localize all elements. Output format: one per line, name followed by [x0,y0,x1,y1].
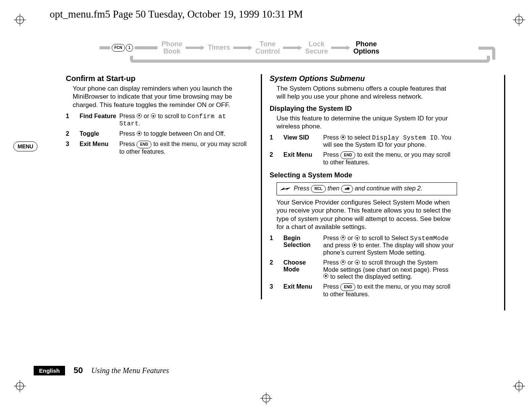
step-number: 3 [66,139,80,157]
path-tail-icon [478,47,495,60]
step-text: Press to toggle between On and Off. [119,129,253,139]
chapter-title: Using the Menu Features [91,366,169,375]
right-margin-rule [504,75,505,310]
svg-marker-24 [138,114,140,116]
breadcrumb-label: Timers [208,44,230,51]
content-columns: Confirm at Start-up Your phone can displ… [66,74,498,299]
path-bar-icon [135,46,158,49]
step-row: 1 View SID Press to select Display Syste… [270,133,457,150]
step-row: 2 Choose Mode Press or to scroll through… [270,258,457,282]
section-tab-menu: MENU [13,141,37,151]
keycap-end: END [137,141,151,148]
subsection-heading: Displaying the System ID [270,105,457,113]
breadcrumb-label: Control [255,48,280,55]
scroll-down-icon [151,113,156,120]
path-underline-icon [130,56,490,63]
breadcrumb-label: Options [353,48,379,55]
steps-table: 1 Find Feature Press or to scroll to Con… [66,111,253,157]
scroll-down-icon [355,235,360,242]
step-number: 1 [270,133,283,150]
breadcrumb-item-active: Phone Options [351,41,382,55]
arrow-right-icon [185,45,205,50]
step-row: 1 Find Feature Press or to scroll to Con… [66,111,253,129]
step-label: Exit Menu [283,150,323,167]
arrow-right-icon [233,45,252,50]
svg-rect-21 [331,47,347,49]
breadcrumb-item: Timers [205,44,233,51]
shortcut-icon [280,186,291,192]
steps-table: 1 Begin Selection Press or to scroll to … [270,233,457,299]
breadcrumb-label: Tone [255,41,280,48]
svg-marker-18 [249,45,252,50]
keycap-end: END [340,283,355,291]
lcd-text: Display System ID [372,135,438,141]
arrow-right-icon [283,45,302,50]
page-footer: English 50 Using the Menu Features [34,365,169,375]
step-label: Exit Menu [283,282,323,299]
registration-mark-icon [513,380,525,392]
step-number: 2 [66,129,80,139]
step-label: Begin Selection [283,233,323,258]
keycap-rcl: RCL [311,185,326,193]
menu-path-diagram: FCN 1 Phone Book Timers Tone Control Loc… [99,41,498,63]
breadcrumb-label: Phone [161,41,182,48]
step-row: 3 Exit Menu Press END to exit the menu, … [270,282,457,299]
breadcrumb-label: Lock [305,41,328,48]
svg-marker-33 [342,236,344,238]
select-icon [340,135,346,141]
step-text: Press END to exit the menu, or you may s… [119,139,253,157]
right-column: System Options Submenu The System Option… [270,74,457,299]
registration-mark-icon [513,14,525,26]
step-number: 1 [270,233,283,258]
shortcut-box: Press RCL then ◂✱ and continue with step… [277,182,457,195]
step-number: 1 [66,111,80,129]
svg-point-43 [325,275,327,277]
manual-page: opt_menu.fm5 Page 50 Tuesday, October 19… [0,0,532,406]
breadcrumb-item: Tone Control [253,41,282,55]
scroll-up-icon [340,260,346,266]
select-icon [352,242,357,249]
breadcrumb-label: Secure [305,48,328,55]
svg-marker-39 [342,261,344,263]
step-row: 2 Exit Menu Press END to exit the menu, … [270,150,457,167]
registration-mark-icon [14,380,26,392]
svg-marker-35 [356,237,358,239]
breadcrumb-label: Phone [353,41,379,48]
section-heading: Confirm at Start-up [66,74,253,83]
keycap-1: 1 [126,44,133,52]
step-row: 2 Toggle Press to toggle between On and … [66,129,253,139]
subsection-heading: Selecting a System Mode [270,171,457,179]
step-text: Press END to exit the menu, or you may s… [323,282,457,299]
svg-rect-19 [283,47,298,49]
step-label: Toggle [80,129,119,139]
select-icon [137,131,142,138]
registration-mark-icon [260,392,272,404]
keycap-sequence: FCN 1 [112,44,133,52]
language-tag: English [34,366,65,375]
submenu-heading: System Options Submenu [270,74,457,83]
path-bar-icon [99,46,110,49]
svg-point-30 [342,136,344,138]
column-separator [261,74,262,299]
page-number: 50 [73,365,83,375]
scroll-up-icon [137,113,142,120]
subsection-intro: Use this feature to determine the unique… [270,114,457,131]
svg-point-37 [353,244,355,246]
step-label: Exit Menu [80,139,119,157]
keycap-end: END [340,151,355,159]
svg-point-28 [138,132,140,134]
lcd-text: SystemMode [410,235,449,242]
step-text: Press or to scroll through the System Mo… [323,258,457,282]
svg-rect-15 [185,47,201,49]
keycap-star: ◂✱ [341,185,353,193]
svg-marker-41 [356,262,358,264]
breadcrumb-label: Book [161,48,182,55]
left-column: Confirm at Start-up Your phone can displ… [66,74,253,299]
breadcrumb-item: Lock Secure [303,41,330,55]
svg-rect-17 [233,47,249,49]
scroll-up-icon [340,235,346,242]
select-icon [323,273,329,280]
steps-table: 1 View SID Press to select Display Syste… [270,133,457,167]
step-text: Press or to scroll to Select SystemMode … [323,233,457,258]
submenu-intro: The System Options submenu offers a coup… [270,84,457,101]
